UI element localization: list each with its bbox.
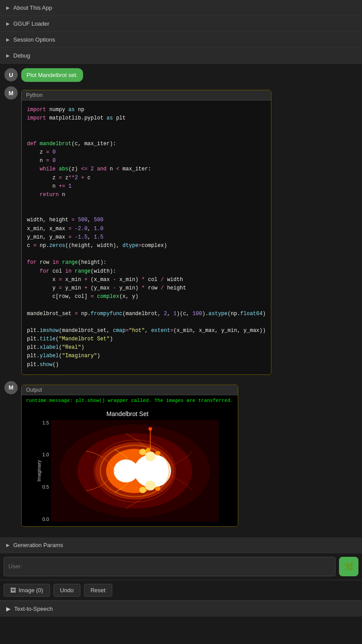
user-message: U Plot Mandelbrot set. [4,68,358,82]
svg-point-8 [145,451,156,461]
code-content[interactable]: import numpy as np import matplotlib.pyp… [22,100,271,374]
debug-chevron-icon: ▶ [6,53,10,58]
user-bubble: Plot Mandelbrot set. [21,68,83,82]
generation-label: Generation Params [13,542,63,548]
model-avatar-2: M [4,381,18,394]
image-button[interactable]: 🖼 Image (0) [4,584,50,597]
chart-row: Imaginary 1.5 1.0 0.5 0.0 [36,420,219,522]
output-label: Output [22,385,238,395]
debug-section: ▶ Debug [0,48,362,64]
session-header[interactable]: ▶ Session Options [0,32,362,47]
yaxis-label: Imaginary [36,420,42,522]
model-code-message: M Python import numpy as np import matpl… [4,86,358,378]
mandelbrot-plot [51,420,219,522]
tts-section: ▶ Text-to-Speech [0,601,362,617]
about-section: ▶ About This App [0,0,362,16]
svg-point-11 [139,487,146,493]
svg-point-7 [114,459,138,482]
code-block: Python import numpy as np import matplot… [21,90,271,375]
svg-point-16 [149,427,152,431]
chart-area: Mandelbrot Set Imaginary 1.5 1.0 0.5 0.0 [22,406,238,526]
gguf-section: ▶ GGUF Loader [0,16,362,32]
send-button[interactable]: 🌿 [339,557,358,576]
image-label: Image (0) [19,587,43,594]
undo-button[interactable]: Undo [53,584,80,597]
send-icon: 🌿 [344,562,354,571]
image-icon: 🖼 [10,587,16,594]
about-label: About This App [13,4,52,11]
tts-label: Text-to-Speech [14,605,53,612]
svg-point-9 [145,481,156,490]
chart-title: Mandelbrot Set [107,410,149,417]
generation-chevron-icon: ▶ [6,543,10,548]
user-input[interactable] [4,557,335,576]
tts-chevron-icon: ▶ [6,605,11,612]
output-block: Output runtime.message: plt.show() wrapp… [21,385,238,527]
about-chevron-icon: ▶ [6,5,10,10]
reset-button[interactable]: Reset [84,584,112,597]
session-section: ▶ Session Options [0,32,362,48]
session-chevron-icon: ▶ [6,37,10,42]
generation-header[interactable]: ▶ Generation Params [0,537,362,553]
toolbar-row: 🖼 Image (0) Undo Reset [0,580,362,601]
about-header[interactable]: ▶ About This App [0,0,362,15]
gguf-label: GGUF Loader [13,20,50,27]
svg-point-10 [139,449,146,455]
code-lang: Python [22,90,271,100]
debug-label: Debug [13,52,30,59]
gguf-header[interactable]: ▶ GGUF Loader [0,16,362,31]
debug-header[interactable]: ▶ Debug [0,48,362,63]
model-output-message: M Output runtime.message: plt.show() wra… [4,381,358,530]
input-row: 🌿 [0,553,362,580]
gguf-chevron-icon: ▶ [6,21,10,26]
user-avatar: U [4,68,18,81]
session-label: Session Options [13,36,55,43]
y-labels: 1.5 1.0 0.5 0.0 [42,420,51,522]
model-avatar: M [4,86,18,100]
output-message: runtime.message: plt.show() wrapper call… [22,395,238,406]
tts-header[interactable]: ▶ Text-to-Speech [0,601,362,617]
generation-section: ▶ Generation Params [0,537,362,553]
chat-area: U Plot Mandelbrot set. M Python import n… [0,64,362,537]
svg-point-14 [146,448,150,452]
